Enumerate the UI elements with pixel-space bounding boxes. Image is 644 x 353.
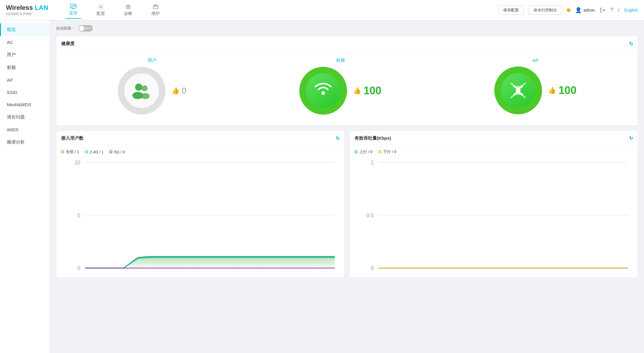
sidebar-item-ap[interactable]: AP [0, 74, 50, 86]
sidebar-item-ac[interactable]: AC [0, 36, 50, 48]
health-ap-circle [494, 67, 542, 114]
users-chart-header: 接入用户数 ↻ [61, 135, 340, 144]
health-ap-thumb-icon: 👍 [548, 87, 556, 94]
health-card: 健康度 ↻ 用户 [56, 36, 638, 126]
legend-5g: 5G / 0 [109, 150, 125, 154]
legend-down: 下行 / 0 [378, 149, 396, 155]
legend-all-dot [61, 150, 64, 153]
wifi-svg-icon [310, 78, 336, 104]
sidebar-label-spectrum: 频谱分析 [7, 139, 25, 144]
sidebar: 概览 AC 用户 射频 AP SSID Mesh&WDS 潜在问题 WIDS 频… [0, 20, 50, 353]
throughput-chart-svg: 1 0.5 0 23:32 23:37 23:42 23:47 [354, 158, 633, 273]
sidebar-label-user: 用户 [7, 52, 16, 57]
svg-point-13 [142, 85, 148, 91]
svg-text:23:42: 23:42 [500, 272, 513, 273]
toggle-state-label: OFF [78, 27, 92, 30]
username-label: admin [583, 8, 595, 13]
legend-24g: 2.4G / 1 [85, 150, 103, 154]
users-chart-card: 接入用户数 ↻ 全部 / 1 2.4G / 1 5G / 0 [56, 130, 345, 278]
throughput-chart-header: 有效吞吐量(Kbps) ↻ [354, 135, 633, 144]
tab-config-label: 配置 [97, 11, 105, 16]
svg-text:0.5: 0.5 [366, 212, 374, 218]
sidebar-label-wids: WIDS [7, 127, 18, 132]
svg-rect-10 [154, 5, 157, 6]
language-button[interactable]: English [624, 8, 638, 13]
app-header: Wireless LAN AC6005-8-PWR 监控 配置 诊断 [0, 0, 644, 20]
save-config-button[interactable]: 保存配置 [498, 5, 524, 15]
title-lan: LAN [33, 4, 48, 11]
main-layout: 概览 AC 用户 射频 AP SSID Mesh&WDS 潜在问题 WIDS 频… [0, 20, 644, 353]
health-radio-score: 100 [363, 84, 381, 97]
monitor-icon [70, 4, 77, 9]
health-title: 健康度 [61, 41, 75, 47]
tab-diagnose[interactable]: 诊断 [120, 1, 136, 19]
charts-row: 接入用户数 ↻ 全部 / 1 2.4G / 1 5G / 0 [56, 130, 638, 283]
legend-up: 上行 / 0 [354, 149, 372, 155]
svg-point-12 [135, 84, 142, 91]
sidebar-label-ap: AP [7, 78, 13, 83]
auto-refresh-toggle[interactable]: OFF [78, 25, 93, 32]
legend-24g-label: 2.4G / 1 [90, 150, 103, 154]
svg-text:0: 0 [78, 265, 80, 271]
sidebar-item-spectrum[interactable]: 频谱分析 [0, 136, 50, 149]
tab-monitor-label: 监控 [69, 10, 78, 16]
tab-monitor[interactable]: 监控 [66, 1, 81, 19]
sidebar-label-ac: AC [7, 40, 13, 45]
app-title: Wireless LAN [6, 4, 54, 12]
legend-down-dot [378, 150, 381, 153]
throughput-chart-legend: 上行 / 0 下行 / 0 [354, 149, 633, 155]
health-user-item: 用户 👍 0 [118, 58, 187, 115]
sidebar-item-ssid[interactable]: SSID [0, 86, 50, 98]
health-ap-score: 100 [558, 84, 576, 97]
svg-point-16 [321, 91, 325, 95]
throughput-chart-refresh-icon[interactable]: ↻ [629, 135, 633, 141]
sidebar-label-radio: 射频 [7, 65, 16, 70]
sidebar-item-radio[interactable]: 射频 [0, 61, 50, 74]
health-row: 用户 👍 0 [61, 55, 633, 121]
users-svg-icon [130, 79, 154, 103]
logout-icon[interactable] [600, 7, 606, 13]
svg-text:23:32: 23:32 [372, 272, 385, 273]
svg-text:5: 5 [78, 212, 80, 218]
tab-config[interactable]: 配置 [93, 1, 109, 19]
health-radio-circle [299, 67, 347, 115]
legend-all: 全部 / 1 [61, 149, 79, 155]
sidebar-label-issues: 潜在问题 [7, 114, 25, 119]
main-content: 自动刷新： OFF 健康度 ↻ 用户 [50, 20, 644, 353]
throughput-chart-card: 有效吞吐量(Kbps) ↻ 上行 / 0 下行 / 0 [349, 130, 638, 278]
sidebar-item-user[interactable]: 用户 [0, 48, 50, 61]
health-refresh-icon[interactable]: ↻ [629, 41, 633, 47]
users-chart-svg: 10 5 0 23:32 23:37 23:42 23:47 [61, 158, 340, 273]
svg-text:23:32: 23:32 [78, 272, 92, 273]
maintain-icon [153, 4, 159, 10]
users-chart-refresh-icon[interactable]: ↻ [336, 135, 340, 141]
sidebar-item-overview[interactable]: 概览 [0, 23, 50, 36]
legend-5g-dot [109, 150, 112, 153]
user-avatar-icon: 👤 [575, 7, 582, 13]
legend-up-label: 上行 / 0 [359, 149, 372, 155]
svg-marker-28 [85, 257, 335, 268]
sidebar-label-overview: 概览 [7, 27, 16, 32]
svg-point-15 [141, 93, 150, 99]
tab-maintain-label: 维护 [151, 11, 160, 16]
sidebar-item-wids[interactable]: WIDS [0, 124, 50, 136]
users-chart-title: 接入用户数 [61, 135, 83, 141]
legend-5g-label: 5G / 0 [114, 150, 125, 154]
sidebar-item-mesh[interactable]: Mesh&WDS [0, 98, 50, 111]
logo-area: Wireless LAN AC6005-8-PWR [6, 4, 54, 16]
cmd-console-button[interactable]: 命令行控制台 [529, 5, 562, 15]
health-radio-item: 射频 👍 100 [299, 58, 381, 115]
info-icon[interactable]: i [618, 7, 620, 13]
help-icon[interactable]: ? [610, 7, 613, 13]
svg-text:10: 10 [75, 160, 80, 166]
auto-refresh-label: 自动刷新： [56, 26, 75, 31]
config-icon [98, 4, 104, 10]
title-wireless: Wireless [6, 4, 33, 11]
main-nav: 监控 配置 诊断 维护 [66, 1, 498, 19]
tab-maintain[interactable]: 维护 [148, 1, 163, 19]
diagnose-icon [125, 4, 131, 10]
svg-text:0: 0 [371, 265, 374, 271]
sidebar-item-issues[interactable]: 潜在问题 [0, 111, 50, 124]
health-user-circle [118, 67, 165, 115]
health-ap-circle-container: 👍 100 [494, 67, 576, 114]
